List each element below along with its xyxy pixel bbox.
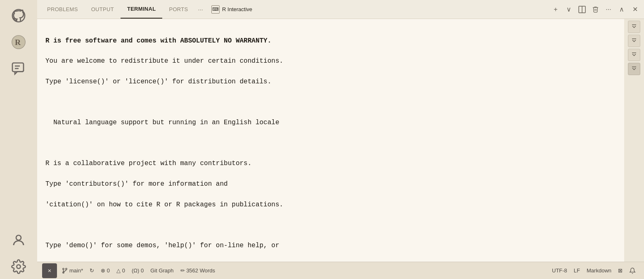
tab-bar: PROBLEMS OUTPUT TERMINAL PORTS ··· ⌨ R I… [37,0,644,19]
sync-button[interactable]: ↻ [86,262,97,279]
terminal-dropdown-button[interactable]: ∨ [563,4,575,15]
scroll-btn-2[interactable] [628,35,640,47]
contributors-line: Type 'contributors()' for more informati… [45,180,228,188]
demo-line: Type 'demo()' for some demos, 'help()' f… [45,242,279,249]
add-terminal-button[interactable]: + [550,4,561,15]
broadcast-icon: ⊠ [618,267,623,274]
git-branch-label: main* [69,267,83,274]
encoding-item[interactable]: UTF-8 [549,262,571,279]
tab-output[interactable]: OUTPUT [85,0,121,19]
language-label: Markdown [587,267,611,274]
line-ending-label: LF [574,267,580,274]
locale-line: Natural language support but running in … [45,119,279,126]
scroll-btn-4[interactable] [628,63,640,75]
line-ending-item[interactable]: LF [571,262,583,279]
close-sidebar-button[interactable]: ✕ [42,263,57,278]
warnings-item[interactable]: △ 0 [113,262,128,279]
tab-terminal[interactable]: TERMINAL [121,0,163,19]
git-graph-label: Git Graph [150,267,173,274]
git-graph-item[interactable]: Git Graph [147,262,177,279]
language-item[interactable]: Markdown [583,262,615,279]
split-terminal-button[interactable] [576,4,588,15]
bell-item[interactable] [626,262,639,279]
minimize-panel-button[interactable]: ∧ [616,4,627,15]
settings-icon[interactable] [6,254,31,279]
sync-icon: ↻ [90,267,94,274]
words-item[interactable]: ✏ 3562 Words [177,262,218,279]
scroll-btn-1[interactable] [628,21,640,33]
errors-item[interactable]: ⊗ 0 [97,262,113,279]
tab-actions: + ∨ ··· ∧ ✕ [550,4,641,15]
r-interactive-tab[interactable]: ⌨ R Interactive [206,0,257,19]
terminal-content: R is free software and comes with ABSOLU… [37,19,644,262]
svg-text:R: R [15,38,21,47]
tab-problems[interactable]: PROBLEMS [40,0,85,19]
svg-rect-3 [12,63,24,72]
svg-point-7 [17,265,21,269]
scroll-btn-3[interactable] [628,49,640,61]
svg-point-6 [16,235,21,240]
signal-label: (Ω) 0 [132,267,144,274]
main-panel: PROBLEMS OUTPUT TERMINAL PORTS ··· ⌨ R I… [37,0,644,279]
terminal-output[interactable]: R is free software and comes with ABSOLU… [37,19,624,262]
profile-icon[interactable] [6,228,31,253]
trash-terminal-button[interactable] [590,4,601,15]
branch-icon [62,268,68,274]
errors-label: ⊗ 0 [101,267,110,274]
r-interactive-label: R Interactive [222,6,252,12]
collaborative-line: R is a collaborative project with many c… [45,160,251,167]
signal-item[interactable]: (Ω) 0 [128,262,147,279]
more-options-button[interactable]: ··· [603,4,614,15]
tabs-more-button[interactable]: ··· [195,6,207,13]
words-label: ✏ 3562 Words [180,267,215,274]
git-branch-item[interactable]: main* [59,262,86,279]
svg-point-14 [63,268,64,270]
warnings-label: △ 0 [116,267,125,274]
encoding-label: UTF-8 [552,267,567,274]
warranty-line: R is free software and comes with ABSOLU… [45,37,271,45]
status-bar: ✕ main* ↻ ⊗ 0 △ 0 (Ω) 0 Git Graph [37,262,644,279]
redistribute-line: You are welcome to redistribute it under… [45,57,283,65]
license-line: Type 'license()' or 'licence()' for dist… [45,78,271,85]
github-icon[interactable] [6,3,31,28]
tab-ports[interactable]: PORTS [162,0,194,19]
svg-point-15 [66,268,67,270]
terminal-scrollbar [624,19,644,262]
r-logo-icon[interactable]: R [6,30,31,54]
citation-line: 'citation()' on how to cite R or R packa… [45,201,283,208]
chat-icon[interactable] [6,56,31,81]
terminal-shell-icon: ⌨ [211,5,220,14]
close-panel-button[interactable]: ✕ [629,4,641,15]
broadcast-item[interactable]: ⊠ [615,262,626,279]
bell-icon [629,267,636,274]
sidebar: R [0,0,37,279]
